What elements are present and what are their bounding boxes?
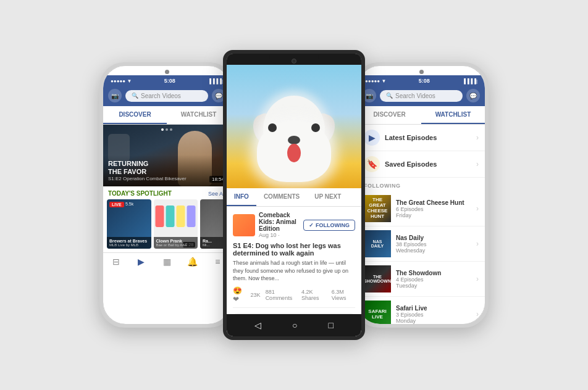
- right-info-safari: Safari Live 3 Episodes Monday: [396, 305, 471, 324]
- comment-count: 881 Comments: [266, 289, 296, 301]
- right-thumb-nas: NASDAILY: [364, 230, 391, 257]
- left-item1-sub: MLB Live by MLB: [109, 243, 149, 247]
- right-thumb-showdown: THESHOWDOWN: [364, 265, 391, 292]
- left-item2-sub: Bae or Bail by A&E: [156, 243, 196, 247]
- right-saved-episodes-row[interactable]: 🔖 Saved Episodes ›: [358, 151, 485, 178]
- follow-label: FOLLOWING: [316, 222, 350, 228]
- left-bottom-nav: ⊟ ▶ ▦ 🔔 ≡: [103, 252, 230, 273]
- dot-1: [161, 128, 164, 131]
- left-hero-video[interactable]: RETURNINGTHE FAVOR S1:E2 Operation Comba…: [103, 125, 230, 186]
- left-camera-icon[interactable]: 📷: [108, 89, 122, 102]
- left-nav-item-4[interactable]: 🔔: [180, 257, 205, 268]
- android-back-btn[interactable]: ◁: [254, 320, 261, 330]
- bae-block-teal: [166, 205, 175, 227]
- right-saved-label: Saved Episodes: [385, 160, 471, 168]
- left-viewers: 5.5k: [125, 202, 133, 206]
- center-episode-desc: These animals had a rough start in life …: [233, 259, 355, 283]
- right-show-showdown[interactable]: THESHOWDOWN The Showdown 4 Episodes Tues…: [358, 262, 485, 297]
- left-time: 5:08: [164, 78, 175, 84]
- right-latest-label: Latest Episodes: [385, 134, 471, 141]
- right-show-nas[interactable]: NASDAILY Nas Daily 38 Episodes Wednesday…: [358, 226, 485, 262]
- left-item1-title: Brewers at Braves: [109, 239, 149, 243]
- left-spotlight-label-2: Clown Prank Bae or Bail by A&E: [154, 237, 198, 249]
- left-search-input[interactable]: 🔍 Search Videos: [125, 90, 208, 102]
- right-watchlist-section: ▶ Latest Episodes › 🔖 Saved Episodes ›: [358, 125, 485, 178]
- right-chevron-safari: ›: [476, 310, 479, 318]
- right-battery: ▐▐▐▐|: [462, 78, 477, 84]
- center-notch: [269, 54, 319, 65]
- left-phone-camera-area: [103, 66, 230, 75]
- right-info-showdown: The Showdown 4 Episodes Tuesday: [396, 270, 471, 289]
- right-phone: ●●●●● ▼ 5:08 ▐▐▐▐| 📷 🔍 Search Videos 💬: [354, 62, 489, 328]
- left-nav-item-3[interactable]: ▦: [154, 257, 179, 268]
- right-day-cheese: Friday: [396, 212, 471, 218]
- center-tab-comments[interactable]: COMMENTS: [256, 188, 307, 206]
- left-tabs: DISCOVER WATCHLIST: [103, 106, 230, 125]
- center-phone: INFO COMMENTS UP NEXT Comeback Kids: Ani…: [223, 50, 365, 340]
- right-saved-icon: 🔖: [364, 156, 380, 172]
- right-time: 5:08: [419, 78, 430, 84]
- view-count: 6.3M Views: [332, 289, 355, 301]
- left-carrier: ●●●●● ▼: [111, 78, 132, 84]
- center-show-info: Comeback Kids: Animal Edition Aug 10 ·: [259, 212, 300, 238]
- right-search-input[interactable]: 🔍 Search Videos: [380, 90, 463, 102]
- center-info-tabs: INFO COMMENTS UP NEXT: [227, 188, 361, 207]
- right-tab-watchlist[interactable]: WATCHLIST: [421, 106, 485, 124]
- left-nav-item-2[interactable]: ▶: [128, 257, 154, 268]
- android-home-btn[interactable]: ○: [292, 320, 297, 330]
- left-nav-icon-2: ▶: [138, 257, 145, 267]
- reaction-emojis: 😍❤: [233, 286, 246, 304]
- right-messenger-icon[interactable]: 💬: [466, 89, 480, 102]
- right-show-safari[interactable]: SAFARILIVE Safari Live 3 Episodes Monday…: [358, 297, 485, 324]
- right-chevron-showdown: ›: [476, 275, 479, 283]
- left-live-badge: LIVE: [109, 202, 124, 207]
- spotlight-item-2[interactable]: 7:28 Clown Prank Bae or Bail by A&E: [154, 199, 198, 249]
- right-latest-icon: ▶: [364, 130, 380, 146]
- dog-body-group: [251, 89, 337, 182]
- left-tab-watchlist[interactable]: WATCHLIST: [167, 106, 230, 124]
- dog-eye-right: [311, 123, 320, 132]
- left-nav-icon-5: ≡: [215, 257, 220, 267]
- center-episode-title: S1 E4: Dog who lost her legs was determi…: [233, 242, 355, 257]
- right-latest-episodes-row[interactable]: ▶ Latest Episodes ›: [358, 125, 485, 151]
- left-hero-title: RETURNINGTHE FAVOR: [108, 160, 225, 176]
- left-phone: ●●●●● ▼ 5:08 ▐▐▐▐| 📷 🔍 Search Videos 💬: [99, 62, 234, 328]
- bae-colors: [156, 205, 196, 227]
- scene: ●●●●● ▼ 5:08 ▐▐▐▐| 📷 🔍 Search Videos 💬: [0, 0, 588, 390]
- center-tab-info[interactable]: INFO: [227, 188, 256, 206]
- left-battery: ▐▐▐▐|: [208, 78, 223, 84]
- right-show-cheese[interactable]: THE GREATCHEESEHUNT The Great Cheese Hun…: [358, 191, 485, 226]
- android-recents-btn[interactable]: □: [329, 320, 334, 330]
- right-phone-camera-area: [358, 66, 485, 75]
- right-phone-status-bar: ●●●●● ▼ 5:08 ▐▐▐▐|: [358, 75, 485, 85]
- right-tab-discover[interactable]: DISCOVER: [358, 106, 421, 124]
- dot-2: [166, 128, 168, 131]
- dog-tongue: [287, 144, 301, 162]
- center-tab-upnext[interactable]: UP NEXT: [307, 188, 348, 206]
- spotlight-item-1[interactable]: LIVE 5.5k Brewers at Braves MLB Live by …: [107, 199, 151, 249]
- left-hero-subtitle: S1:E2 Operation Combat Bikesaver: [108, 176, 225, 181]
- center-follow-btn[interactable]: ✓ FOLLOWING: [303, 220, 355, 231]
- right-following-header: FOLLOWING: [358, 178, 485, 191]
- left-tab-discover[interactable]: DISCOVER: [103, 106, 167, 124]
- dog-nose: [288, 136, 300, 144]
- right-thumb-cheese: THE GREATCHEESEHUNT: [364, 195, 391, 222]
- check-icon: ✓: [309, 222, 314, 228]
- left-spotlight-title: TODAY'S SPOTLIGHT: [108, 190, 172, 197]
- left-phone-status-bar: ●●●●● ▼ 5:08 ▐▐▐▐|: [103, 75, 230, 85]
- left-nav-icon-4: 🔔: [187, 257, 198, 267]
- right-day-showdown: Tuesday: [396, 283, 471, 289]
- bae-block-purple: [187, 205, 196, 227]
- left-spotlight-grid: LIVE 5.5k Brewers at Braves MLB Live by …: [103, 199, 230, 252]
- right-tabs: DISCOVER WATCHLIST: [358, 106, 485, 125]
- right-name-safari: Safari Live: [396, 305, 471, 312]
- left-nav-icon-3: ▦: [163, 257, 171, 267]
- right-info-cheese: The Great Cheese Hunt 6 Episodes Friday: [396, 199, 471, 218]
- left-nav-item-1[interactable]: ⊟: [103, 257, 128, 268]
- left-nav-icon-1: ⊟: [112, 257, 120, 267]
- right-chevron-nas: ›: [476, 239, 479, 248]
- bae-block-red: [156, 205, 164, 227]
- left-search-text: Search Videos: [141, 93, 181, 99]
- left-item2-title: Clown Prank: [156, 239, 196, 243]
- right-search-text: Search Videos: [395, 93, 435, 99]
